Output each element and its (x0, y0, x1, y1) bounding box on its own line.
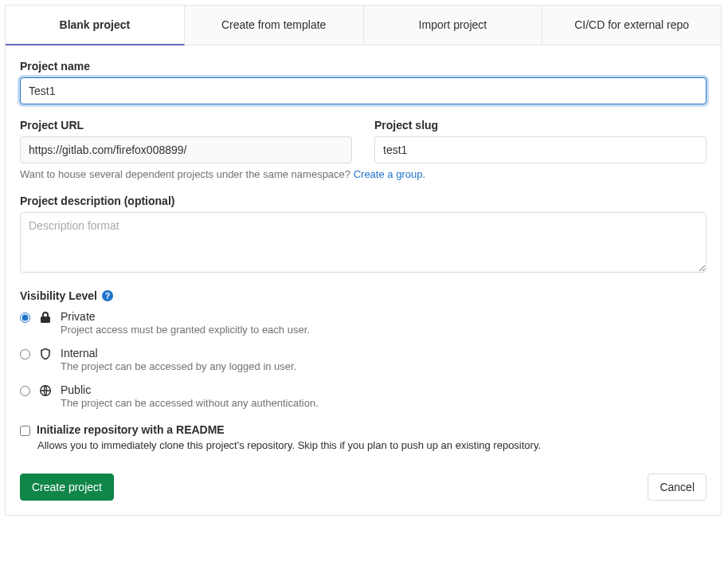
visibility-private-desc: Project access must be granted explicitl… (61, 324, 706, 336)
project-name-input[interactable] (20, 77, 706, 104)
initialize-readme-desc: Allows you to immediately clone this pro… (37, 439, 706, 451)
visibility-level-label: Visibility Level (20, 289, 97, 302)
new-project-tabs: Blank project Create from template Impor… (6, 6, 721, 45)
project-description-input[interactable] (20, 212, 706, 273)
namespace-help-text: Want to house several dependent projects… (20, 168, 706, 180)
info-icon[interactable]: ? (102, 290, 113, 301)
lock-icon (38, 311, 53, 324)
shield-icon (38, 348, 53, 360)
initialize-readme-checkbox[interactable] (20, 426, 30, 436)
project-name-label: Project name (20, 60, 706, 73)
visibility-private-radio[interactable] (20, 312, 30, 323)
tab-blank-project[interactable]: Blank project (6, 6, 185, 45)
globe-icon (38, 384, 53, 397)
visibility-public-radio[interactable] (20, 386, 30, 396)
project-slug-label: Project slug (374, 119, 706, 132)
visibility-internal-radio[interactable] (20, 349, 30, 360)
project-url-label: Project URL (20, 119, 352, 132)
project-slug-input[interactable] (374, 136, 706, 163)
visibility-public-title: Public (61, 383, 706, 396)
create-project-button[interactable]: Create project (20, 474, 114, 501)
visibility-public-desc: The project can be accessed without any … (61, 397, 706, 409)
cancel-button[interactable]: Cancel (648, 474, 706, 501)
project-description-label: Project description (optional) (20, 195, 706, 207)
tab-import-project[interactable]: Import project (364, 6, 543, 45)
visibility-internal-title: Internal (61, 347, 706, 360)
project-url-input[interactable] (20, 136, 352, 163)
visibility-private-title: Private (61, 310, 706, 323)
tab-cicd-external[interactable]: CI/CD for external repo (542, 6, 721, 45)
tab-create-from-template[interactable]: Create from template (185, 6, 364, 45)
create-group-link[interactable]: Create a group. (354, 168, 425, 180)
initialize-readme-label: Initialize repository with a README (37, 423, 225, 436)
visibility-internal-desc: The project can be accessed by any logge… (61, 360, 706, 372)
